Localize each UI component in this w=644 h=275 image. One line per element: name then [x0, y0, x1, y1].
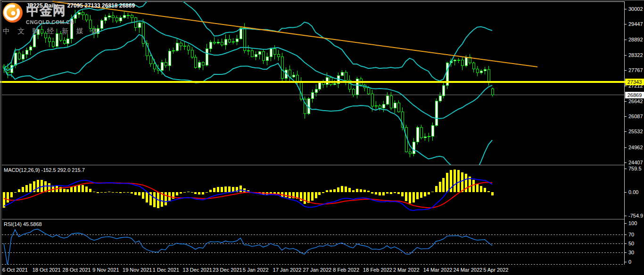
macd-histogram-bar	[322, 192, 324, 193]
candle-bear	[461, 60, 463, 65]
candle-bear	[281, 57, 283, 78]
macd-histogram-bar	[315, 192, 317, 198]
macd-histogram-bar	[134, 192, 137, 195]
candle-bull	[315, 89, 317, 92]
candle-bull	[127, 15, 129, 16]
macd-histogram-bar	[375, 192, 377, 194]
macd-histogram-bar	[318, 192, 321, 195]
price-axis-label: 26642	[628, 98, 643, 104]
candle-bear	[187, 46, 190, 50]
candle-bear	[228, 39, 231, 42]
candle-bull	[431, 125, 434, 136]
macd-histogram-bar	[420, 192, 422, 198]
macd-histogram-bar	[198, 192, 200, 194]
macd-histogram-bar	[326, 190, 328, 192]
candle-bull	[232, 42, 234, 42]
candle-bull	[454, 60, 456, 61]
date-axis-label: 1 Dec 2021	[153, 267, 179, 273]
macd-histogram-bar	[401, 192, 404, 196]
price-axis-label: 26087	[628, 113, 643, 119]
ohlc-values: 27095 27133 26818 26869	[67, 2, 135, 9]
macd-histogram-bar	[78, 185, 80, 192]
macd-histogram-bar	[311, 192, 314, 201]
candle-bear	[409, 152, 411, 154]
macd-histogram-bar	[10, 192, 13, 197]
candle-bull	[123, 16, 125, 18]
macd-histogram-bar	[112, 192, 114, 193]
macd-histogram-bar	[206, 192, 208, 193]
window-left-border	[0, 0, 0, 275]
candle-bear	[134, 17, 137, 28]
candle-bull	[217, 42, 219, 43]
macd-histogram-bar	[352, 190, 355, 192]
candle-bear	[82, 12, 84, 15]
candle-bear	[191, 50, 193, 57]
macd-axis-label: 0.00	[628, 189, 638, 195]
candle-bear	[273, 49, 276, 55]
candle-bear	[420, 127, 422, 138]
macd-histogram-bar	[386, 192, 388, 194]
macd-histogram-bar	[66, 189, 69, 192]
chart-canvas[interactable]: 3000229447288922832227767272122664226087…	[0, 0, 644, 275]
candle-bull	[424, 137, 426, 138]
macd-histogram-bar	[119, 192, 122, 193]
date-axis-label: 6 Oct 2021	[2, 267, 28, 273]
macd-histogram-bar	[333, 189, 336, 192]
candle-bear	[112, 16, 114, 18]
macd-histogram-bar	[146, 192, 148, 202]
candle-bear	[352, 89, 355, 95]
macd-histogram-bar	[116, 192, 118, 193]
macd-histogram-bar	[217, 187, 219, 192]
macd-histogram-bar	[153, 192, 156, 207]
macd-histogram-bar	[213, 188, 215, 192]
macd-histogram-bar	[277, 192, 280, 194]
candle-bull	[206, 49, 208, 65]
candle-bull	[22, 54, 24, 59]
macd-histogram-bar	[191, 192, 193, 193]
macd-histogram-bar	[348, 188, 351, 192]
macd-histogram-bar	[491, 192, 494, 195]
macd-histogram-bar	[413, 192, 415, 202]
candle-bull	[480, 71, 482, 73]
macd-histogram-bar	[416, 192, 419, 199]
candle-bull	[29, 47, 32, 50]
macd-histogram-bar	[63, 189, 66, 192]
date-axis-label: 18 Feb 2022	[363, 267, 392, 273]
panel-frames	[2, 1, 625, 265]
candle-bull	[119, 17, 122, 21]
macd-histogram-bar	[93, 192, 95, 192]
macd-histogram-bar	[461, 172, 463, 192]
candle-bear	[153, 64, 156, 69]
macd-histogram-bar	[131, 192, 133, 194]
macd-histogram-bar	[446, 173, 448, 192]
macd-histogram-bar	[142, 192, 144, 199]
macd-histogram-bar	[194, 192, 197, 194]
date-axis-label: 5 Apr 2022	[483, 267, 508, 273]
macd-histogram-bar	[304, 192, 306, 204]
macd-histogram-bar	[360, 189, 362, 192]
hline-price-tag: 27343	[627, 79, 642, 85]
macd-histogram-bar	[337, 187, 339, 192]
price-axis: 3000229447288922832227767272122664226087…	[624, 6, 644, 265]
candle-bull	[413, 142, 415, 154]
candle-bull	[442, 85, 445, 96]
descending-trendline	[52, 1, 537, 67]
candle-bear	[247, 50, 249, 51]
date-axis-label: 2 Mar 2022	[393, 267, 420, 273]
macd-histogram-bar	[472, 180, 475, 192]
candle-bear	[221, 42, 223, 45]
candle-bear	[131, 15, 133, 17]
candle-bear	[63, 40, 66, 43]
date-axis-label: 19 Nov 2021	[123, 267, 152, 273]
date-axis-label: 28 Oct 2021	[63, 267, 91, 273]
candle-bear	[213, 42, 215, 43]
macd-histogram-bar	[379, 192, 381, 195]
bollinger-bands	[4, 0, 492, 173]
candle-bull	[258, 52, 261, 55]
date-axis-label: 14 Mar 2022	[423, 267, 453, 273]
candle-bull	[416, 127, 419, 142]
candle-bull	[209, 42, 212, 49]
macd-histogram-bar	[97, 192, 99, 193]
candle-bear	[251, 51, 253, 57]
candle-bear	[491, 89, 494, 95]
